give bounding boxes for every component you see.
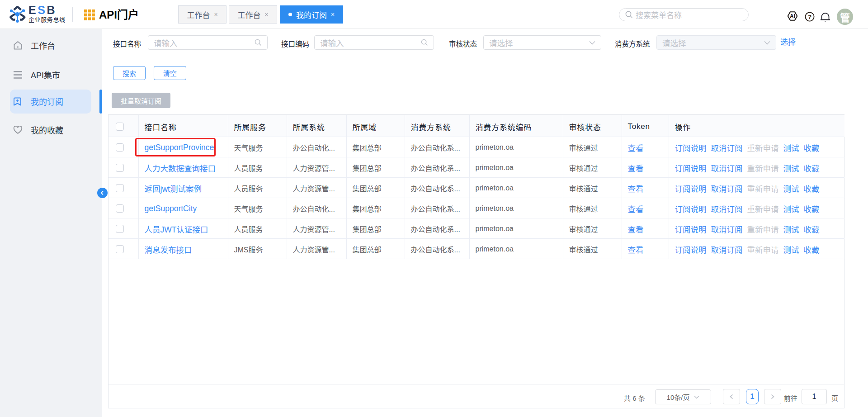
- svg-text:?: ?: [808, 14, 811, 20]
- svg-text:AI: AI: [790, 13, 795, 19]
